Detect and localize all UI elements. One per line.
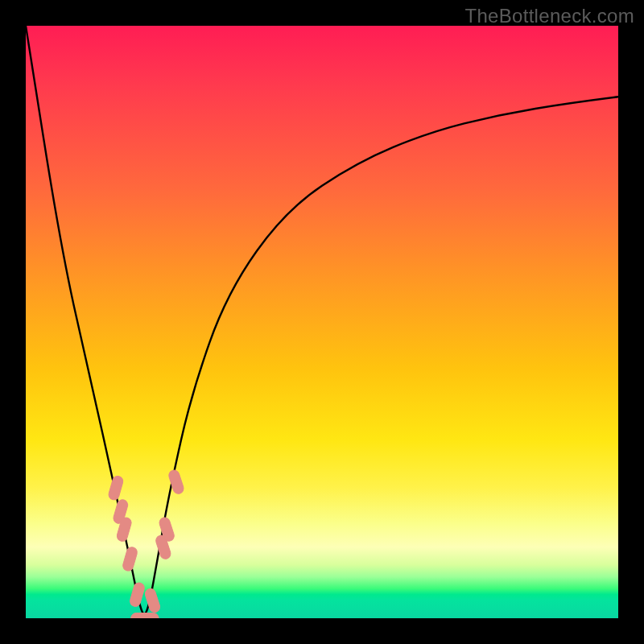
marker — [122, 546, 138, 572]
marker — [134, 613, 159, 619]
chart-frame: TheBottleneck.com — [0, 0, 644, 644]
watermark-text: TheBottleneck.com — [464, 5, 634, 27]
marker — [129, 581, 146, 607]
markers — [108, 469, 185, 618]
curve-layer — [26, 26, 618, 618]
marker — [108, 475, 125, 501]
v-curve — [26, 26, 618, 614]
plot-area — [26, 26, 618, 618]
curve-path — [26, 26, 618, 614]
